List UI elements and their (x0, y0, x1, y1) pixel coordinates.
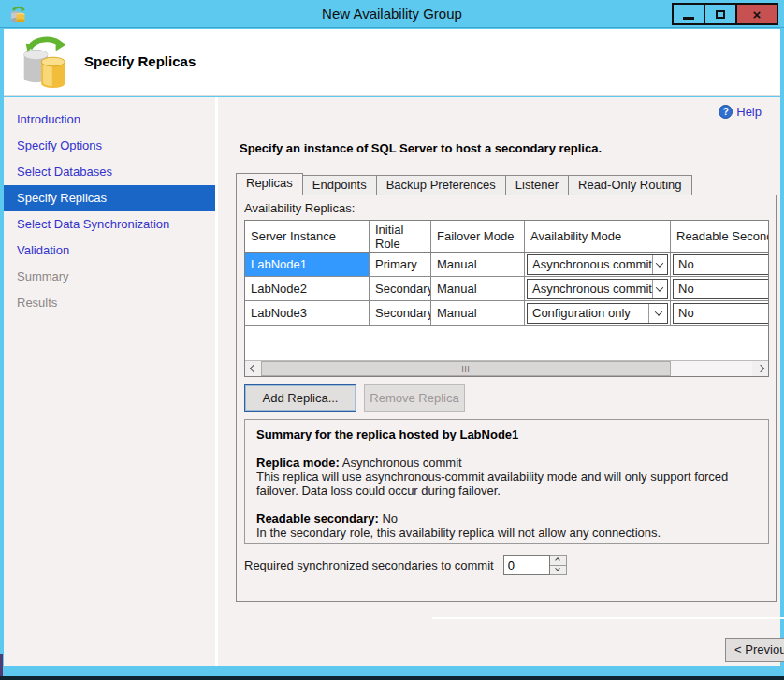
cell-server-instance[interactable]: LabNode2 (245, 277, 370, 300)
sidebar-item-specify-options[interactable]: Specify Options (4, 133, 215, 159)
instruction-text: Specify an instance of SQL Server to hos… (240, 141, 602, 155)
maximize-icon (716, 10, 725, 19)
table-row: LabNode1 Primary Manual Asynchronous com… (245, 253, 769, 277)
cell-readable-secondary: No (671, 253, 769, 276)
availability-mode-dropdown[interactable]: Asynchronous commit (527, 279, 668, 299)
spinner-up-button[interactable] (550, 556, 566, 565)
page-title: Specify Replicas (84, 53, 196, 69)
replica-mode-value: Asynchronous commit (340, 456, 462, 470)
cell-failover-mode: Manual (431, 253, 525, 276)
availability-mode-dropdown[interactable]: Configuration only (527, 303, 668, 324)
readable-secondary-dropdown[interactable]: No (673, 303, 769, 324)
readable-secondary-label: Readable secondary: (256, 512, 379, 526)
sidebar-item-introduction[interactable]: Introduction (4, 107, 215, 133)
wizard-steps-sidebar: Introduction Specify Options Select Data… (4, 97, 215, 666)
cell-initial-role: Secondary (370, 277, 431, 300)
sidebar-item-results: Results (4, 290, 215, 316)
readable-secondary-description: In the secondary role, this availability… (256, 526, 757, 540)
spinner-down-button[interactable] (550, 565, 566, 575)
cell-failover-mode: Manual (431, 301, 525, 325)
new-availability-group-window: New Availability Group × Specify Replica… (0, 0, 784, 680)
tab-strip: Replicas Endpoints Backup Preferences Li… (236, 173, 691, 195)
content-area: Introduction Specify Options Select Data… (4, 97, 780, 666)
col-readable-secondary: Readable Secondar (671, 221, 769, 252)
desktop-corner-sliver (0, 654, 3, 676)
chevron-down-icon (648, 304, 667, 323)
grid-header-row: Server Instance Initial Role Failover Mo… (245, 221, 769, 253)
grid-empty-area (245, 326, 769, 362)
readable-secondary-value: No (379, 512, 398, 526)
chevron-down-icon (652, 255, 667, 274)
tab-read-only-routing[interactable]: Read-Only Routing (568, 175, 692, 195)
minimize-button[interactable] (672, 3, 705, 25)
previous-button[interactable]: < Previous (725, 638, 784, 662)
replicas-tab-panel: Availability Replicas: Server Instance I… (236, 195, 777, 602)
wizard-header: Specify Replicas (4, 29, 780, 96)
sidebar-item-select-data-synchronization[interactable]: Select Data Synchronization (4, 211, 215, 238)
minimize-icon (683, 17, 694, 20)
sidebar-item-validation[interactable]: Validation (4, 238, 215, 264)
tab-replicas[interactable]: Replicas (236, 173, 303, 195)
screen-edge (0, 676, 784, 680)
tab-listener[interactable]: Listener (505, 175, 569, 195)
window-bottom-border (0, 666, 784, 676)
maximize-button[interactable] (704, 3, 737, 25)
main-panel: ? Help Specify an instance of SQL Server… (218, 97, 780, 666)
dropdown-value: No (678, 282, 694, 296)
close-icon: × (753, 7, 762, 22)
footer-bar: < Previous Next > Cancel (432, 619, 784, 666)
quorum-spinner (550, 555, 567, 575)
chevron-right-icon (756, 365, 763, 372)
scrollbar-thumb[interactable]: ||| (261, 361, 671, 376)
chevron-down-icon (555, 566, 560, 571)
col-server-instance: Server Instance (245, 221, 370, 252)
tab-backup-preferences[interactable]: Backup Preferences (376, 175, 506, 195)
summary-title: Summary for the replica hosted by LabNod… (256, 427, 757, 441)
quorum-input[interactable] (503, 555, 550, 575)
help-icon: ? (719, 105, 733, 119)
quorum-label: Required synchronized secondaries to com… (244, 558, 494, 572)
remove-replica-button: Remove Replica (364, 384, 465, 412)
cell-initial-role: Primary (370, 253, 431, 276)
close-button[interactable]: × (735, 3, 778, 25)
col-availability-mode: Availability Mode (525, 221, 671, 252)
replica-mode-description: This replica will use asynchronous-commi… (256, 470, 757, 498)
help-label: Help (736, 105, 762, 119)
availability-replicas-label: Availability Replicas: (244, 201, 355, 215)
sidebar-item-select-databases[interactable]: Select Databases (4, 159, 215, 185)
scroll-right-button[interactable] (752, 361, 768, 376)
readable-secondary-block: Readable secondary: No In the secondary … (256, 512, 757, 540)
replica-summary-box: Summary for the replica hosted by LabNod… (244, 419, 769, 544)
dropdown-value: Configuration only (532, 306, 631, 320)
dropdown-value: No (678, 306, 694, 320)
cell-failover-mode: Manual (431, 277, 525, 300)
scroll-left-button[interactable] (245, 361, 261, 376)
cell-server-instance[interactable]: LabNode3 (245, 301, 370, 325)
cell-initial-role: Secondary (370, 301, 431, 325)
readable-secondary-dropdown[interactable]: No (673, 254, 769, 275)
tab-endpoints[interactable]: Endpoints (302, 175, 377, 195)
title-bar[interactable]: New Availability Group × (0, 0, 784, 28)
scrollbar-track[interactable]: ||| (261, 361, 752, 376)
table-row: LabNode2 Secondary Manual Asynchronous c… (245, 277, 769, 301)
dropdown-value: No (678, 257, 694, 271)
cell-availability-mode: Configuration only (525, 301, 671, 325)
col-initial-role: Initial Role (370, 221, 431, 252)
replica-mode-label: Replica mode: (256, 456, 340, 470)
cell-availability-mode: Asynchronous commit (525, 253, 671, 276)
availability-mode-dropdown[interactable]: Asynchronous commit (527, 254, 668, 275)
chevron-up-icon (555, 557, 560, 563)
horizontal-scrollbar[interactable]: ||| (245, 360, 768, 376)
window-controls: × (674, 3, 778, 25)
chevron-down-icon (652, 280, 667, 298)
table-row: LabNode3 Secondary Manual Configuration … (245, 301, 769, 326)
add-replica-button[interactable]: Add Replica... (244, 384, 356, 412)
window-title: New Availability Group (0, 6, 784, 22)
help-link[interactable]: ? Help (719, 105, 762, 119)
readable-secondary-dropdown[interactable]: No (673, 279, 769, 299)
chevron-left-icon (249, 365, 256, 372)
sidebar-item-summary: Summary (4, 264, 215, 290)
cell-server-instance[interactable]: LabNode1 (245, 253, 370, 276)
sidebar-item-specify-replicas[interactable]: Specify Replicas (4, 185, 215, 211)
replicas-database-icon (19, 35, 73, 91)
